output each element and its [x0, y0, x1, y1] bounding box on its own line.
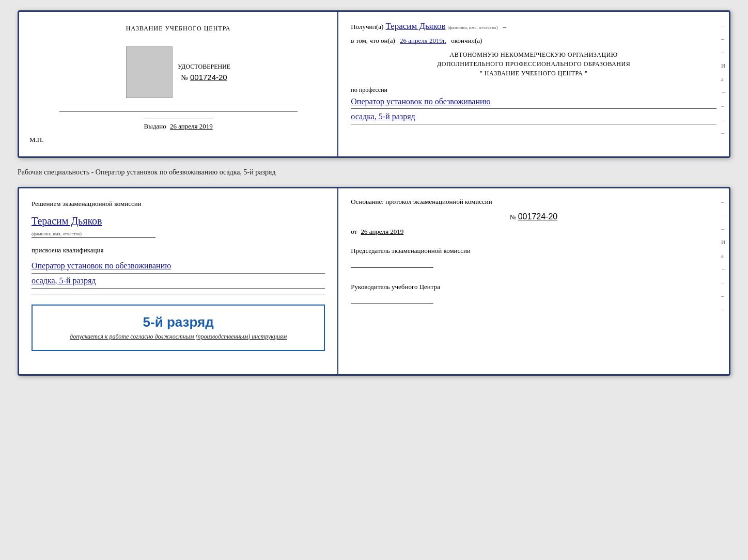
certificate-card: НАЗВАНИЕ УЧЕБНОГО ЦЕНТРА УДОСТОВЕРЕНИЕ №…: [18, 10, 730, 158]
received-prefix: Получил(а): [351, 23, 383, 31]
exam-card: Решением экзаменационной комиссии Тераси…: [18, 187, 730, 376]
protocol-date-line: от 26 апреля 2019: [351, 228, 716, 236]
issued-line: Выдано 26 апреля 2019: [144, 119, 213, 131]
director-title: Руководитель учебного Центра: [351, 282, 716, 292]
protocol-number: 001724-20: [518, 212, 558, 221]
protocol-date: 26 апреля 2019: [361, 228, 404, 235]
side-marks-bottom: – – – И а ← – – –: [721, 199, 727, 312]
exam-person-name: Терасим Дьяков: [32, 215, 102, 227]
qualification-label: присвоена квалификация: [32, 246, 325, 254]
director-signature-line: [351, 294, 433, 304]
profession-line2: осадка, 5-й разряд: [351, 111, 716, 124]
profession-line1: Оператор установок по обезвоживанию: [351, 96, 716, 109]
cert-no-prefix: №: [181, 74, 188, 82]
specialty-label: Рабочая специальность - Оператор установ…: [18, 167, 730, 178]
recipient-name: Терасим Дьяков: [385, 21, 445, 31]
director-block: Руководитель учебного Центра: [351, 282, 716, 304]
date-from-prefix: от: [351, 228, 357, 235]
date-prefix: в том, что он(а): [351, 37, 395, 44]
chairman-block: Председатель экзаменационной комиссии: [351, 246, 716, 268]
exam-title: Решением экзаменационной комиссии: [32, 199, 325, 209]
issued-label: Выдано: [144, 122, 166, 130]
issued-date: 26 апреля 2019: [170, 122, 213, 130]
mp-line: М.П.: [29, 136, 43, 144]
qual-line2: осадка, 5-й разряд: [32, 275, 325, 289]
name-sublabel: (фамилия, имя, отчество): [448, 25, 498, 30]
chairman-title: Председатель экзаменационной комиссии: [351, 246, 716, 255]
page-wrapper: НАЗВАНИЕ УЧЕБНОГО ЦЕНТРА УДОСТОВЕРЕНИЕ №…: [18, 10, 730, 376]
stamp-rank: 5-й разряд: [143, 314, 214, 330]
photo-placeholder: [126, 46, 173, 98]
exam-right-panel: Основание: протокол экзаменационной коми…: [338, 188, 729, 374]
cert-right-panel: Получил(а) Терасим Дьяков (фамилия, имя,…: [338, 12, 729, 156]
qual-line1: Оператор установок по обезвоживанию: [32, 260, 325, 274]
date-suffix: окончил(а): [451, 37, 482, 44]
exam-left-panel: Решением экзаменационной комиссии Тераси…: [19, 188, 338, 374]
cert-number-value: 001724-20: [190, 73, 227, 82]
org-line1: АВТОНОМНУЮ НЕКОММЕРЧЕСКУЮ ОРГАНИЗАЦИЮ: [351, 50, 716, 59]
date-line: в том, что он(а) 26 апреля 2019г. окончи…: [351, 37, 716, 45]
profession-block: по профессии Оператор установок по обезв…: [351, 86, 716, 124]
org-line2: ДОПОЛНИТЕЛЬНОГО ПРОФЕССИОНАЛЬНОГО ОБРАЗО…: [351, 59, 716, 69]
side-marks-top: – – – И а ← – – –: [721, 22, 727, 136]
received-line: Получил(а) Терасим Дьяков (фамилия, имя,…: [351, 21, 716, 31]
date-value: 26 апреля 2019г.: [400, 37, 446, 44]
qual-block: Оператор установок по обезвоживанию осад…: [32, 259, 325, 289]
org-line3: " НАЗВАНИЕ УЧЕБНОГО ЦЕНТРА ": [351, 69, 716, 78]
protocol-number-block: № 001724-20: [351, 212, 716, 221]
profession-label: по профессии: [351, 86, 716, 94]
exam-name-sublabel: (фамилия, имя, отчество): [32, 231, 82, 236]
basis-label: Основание: протокол экзаменационной коми…: [351, 198, 716, 206]
org-block: АВТОНОМНУЮ НЕКОММЕРЧЕСКУЮ ОРГАНИЗАЦИЮ ДО…: [351, 50, 716, 78]
cert-label: УДОСТОВЕРЕНИЕ: [178, 63, 230, 71]
stamp-text: допускается к работе согласно должностны…: [70, 332, 287, 341]
cert-left-panel: НАЗВАНИЕ УЧЕБНОГО ЦЕНТРА УДОСТОВЕРЕНИЕ №…: [19, 12, 338, 156]
chairman-signature-line: [351, 258, 433, 268]
cert-number-block: УДОСТОВЕРЕНИЕ № 001724-20: [178, 63, 230, 82]
cert-center-title: НАЗВАНИЕ УЧЕБНОГО ЦЕНТРА: [126, 24, 231, 33]
stamp-box: 5-й разряд допускается к работе согласно…: [32, 305, 325, 351]
protocol-no-prefix: №: [510, 213, 516, 221]
